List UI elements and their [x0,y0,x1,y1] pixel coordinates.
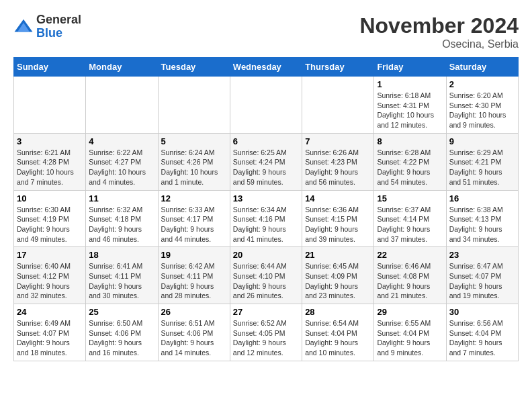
day-info: Sunrise: 6:52 AM Sunset: 4:05 PM Dayligh… [233,318,299,358]
day-number: 24 [17,307,83,317]
calendar-cell: 28Sunrise: 6:54 AM Sunset: 4:04 PM Dayli… [302,304,374,361]
day-number: 8 [377,136,443,146]
calendar-cell: 2Sunrise: 6:20 AM Sunset: 4:30 PM Daylig… [446,77,518,134]
day-info: Sunrise: 6:49 AM Sunset: 4:07 PM Dayligh… [17,318,83,358]
calendar-cell: 13Sunrise: 6:34 AM Sunset: 4:16 PM Dayli… [230,190,302,247]
day-number: 9 [449,136,515,146]
day-number: 27 [233,307,299,317]
day-info: Sunrise: 6:56 AM Sunset: 4:04 PM Dayligh… [449,318,515,358]
day-info: Sunrise: 6:21 AM Sunset: 4:28 PM Dayligh… [17,148,83,187]
month-title: November 2024 [359,13,519,38]
day-number: 1 [377,79,443,89]
day-number: 3 [17,136,83,146]
day-number: 7 [305,136,371,146]
day-number: 16 [449,193,515,203]
page-header: General Blue November 2024 Osecina, Serb… [13,13,519,50]
calendar-table: SundayMondayTuesdayWednesdayThursdayFrid… [13,57,519,361]
day-number: 15 [377,193,443,203]
day-number: 4 [89,136,154,146]
weekday-header-sunday: Sunday [14,58,86,77]
calendar-cell: 23Sunrise: 6:47 AM Sunset: 4:07 PM Dayli… [446,247,518,304]
day-number: 29 [377,307,443,317]
calendar-cell: 21Sunrise: 6:45 AM Sunset: 4:09 PM Dayli… [302,247,374,304]
day-info: Sunrise: 6:33 AM Sunset: 4:17 PM Dayligh… [161,205,227,244]
calendar-cell [14,77,86,134]
day-info: Sunrise: 6:45 AM Sunset: 4:09 PM Dayligh… [305,261,371,301]
calendar-cell: 8Sunrise: 6:28 AM Sunset: 4:22 PM Daylig… [374,133,446,190]
calendar-cell: 17Sunrise: 6:40 AM Sunset: 4:12 PM Dayli… [14,247,86,304]
day-info: Sunrise: 6:28 AM Sunset: 4:22 PM Dayligh… [377,148,443,187]
calendar-cell: 27Sunrise: 6:52 AM Sunset: 4:05 PM Dayli… [230,304,302,361]
day-info: Sunrise: 6:51 AM Sunset: 4:06 PM Dayligh… [161,318,227,358]
day-info: Sunrise: 6:38 AM Sunset: 4:13 PM Dayligh… [449,205,515,244]
day-info: Sunrise: 6:22 AM Sunset: 4:27 PM Dayligh… [89,148,154,187]
day-number: 6 [233,136,299,146]
calendar-cell: 30Sunrise: 6:56 AM Sunset: 4:04 PM Dayli… [446,304,518,361]
day-info: Sunrise: 6:36 AM Sunset: 4:15 PM Dayligh… [305,205,371,244]
calendar-week-4: 17Sunrise: 6:40 AM Sunset: 4:12 PM Dayli… [14,247,519,304]
day-info: Sunrise: 6:41 AM Sunset: 4:11 PM Dayligh… [89,261,154,301]
day-number: 14 [305,193,371,203]
weekday-header-friday: Friday [374,58,446,77]
calendar-cell: 22Sunrise: 6:46 AM Sunset: 4:08 PM Dayli… [374,247,446,304]
weekday-header-saturday: Saturday [446,58,518,77]
calendar-week-2: 3Sunrise: 6:21 AM Sunset: 4:28 PM Daylig… [14,133,519,190]
title-area: November 2024 Osecina, Serbia [359,13,519,50]
day-number: 23 [449,250,515,260]
day-number: 30 [449,307,515,317]
calendar-cell [230,77,302,134]
day-info: Sunrise: 6:25 AM Sunset: 4:24 PM Dayligh… [233,148,299,187]
logo-text: General Blue [36,13,81,40]
day-number: 11 [89,193,154,203]
day-number: 13 [233,193,299,203]
calendar-cell: 24Sunrise: 6:49 AM Sunset: 4:07 PM Dayli… [14,304,86,361]
day-number: 12 [161,193,227,203]
day-info: Sunrise: 6:30 AM Sunset: 4:19 PM Dayligh… [17,205,83,244]
day-info: Sunrise: 6:24 AM Sunset: 4:26 PM Dayligh… [161,148,227,187]
day-number: 5 [161,136,227,146]
day-info: Sunrise: 6:20 AM Sunset: 4:30 PM Dayligh… [449,91,515,130]
calendar-cell: 5Sunrise: 6:24 AM Sunset: 4:26 PM Daylig… [158,133,230,190]
calendar-week-3: 10Sunrise: 6:30 AM Sunset: 4:19 PM Dayli… [14,190,519,247]
day-number: 2 [449,79,515,89]
day-number: 21 [305,250,371,260]
day-info: Sunrise: 6:37 AM Sunset: 4:14 PM Dayligh… [377,205,443,244]
day-info: Sunrise: 6:42 AM Sunset: 4:11 PM Dayligh… [161,261,227,301]
logo-general: General [36,13,81,27]
logo: General Blue [13,13,81,40]
day-info: Sunrise: 6:18 AM Sunset: 4:31 PM Dayligh… [377,91,443,130]
calendar-cell: 14Sunrise: 6:36 AM Sunset: 4:15 PM Dayli… [302,190,374,247]
calendar-cell: 11Sunrise: 6:32 AM Sunset: 4:18 PM Dayli… [86,190,158,247]
day-info: Sunrise: 6:50 AM Sunset: 4:06 PM Dayligh… [89,318,154,358]
calendar-cell [86,77,158,134]
day-number: 19 [161,250,227,260]
weekday-header-tuesday: Tuesday [158,58,230,77]
calendar-cell: 6Sunrise: 6:25 AM Sunset: 4:24 PM Daylig… [230,133,302,190]
day-number: 20 [233,250,299,260]
calendar-week-1: 1Sunrise: 6:18 AM Sunset: 4:31 PM Daylig… [14,77,519,134]
day-info: Sunrise: 6:44 AM Sunset: 4:10 PM Dayligh… [233,261,299,301]
calendar-cell: 26Sunrise: 6:51 AM Sunset: 4:06 PM Dayli… [158,304,230,361]
day-info: Sunrise: 6:54 AM Sunset: 4:04 PM Dayligh… [305,318,371,358]
location: Osecina, Serbia [359,38,519,50]
day-number: 25 [89,307,154,317]
day-info: Sunrise: 6:29 AM Sunset: 4:21 PM Dayligh… [449,148,515,187]
calendar-cell: 3Sunrise: 6:21 AM Sunset: 4:28 PM Daylig… [14,133,86,190]
day-number: 17 [17,250,83,260]
day-info: Sunrise: 6:32 AM Sunset: 4:18 PM Dayligh… [89,205,154,244]
logo-icon [13,17,34,37]
day-info: Sunrise: 6:26 AM Sunset: 4:23 PM Dayligh… [305,148,371,187]
calendar-cell: 16Sunrise: 6:38 AM Sunset: 4:13 PM Dayli… [446,190,518,247]
weekday-header-thursday: Thursday [302,58,374,77]
calendar-cell: 25Sunrise: 6:50 AM Sunset: 4:06 PM Dayli… [86,304,158,361]
weekday-header-wednesday: Wednesday [230,58,302,77]
day-number: 26 [161,307,227,317]
calendar-cell: 29Sunrise: 6:55 AM Sunset: 4:04 PM Dayli… [374,304,446,361]
calendar-cell: 4Sunrise: 6:22 AM Sunset: 4:27 PM Daylig… [86,133,158,190]
calendar-cell: 19Sunrise: 6:42 AM Sunset: 4:11 PM Dayli… [158,247,230,304]
day-info: Sunrise: 6:46 AM Sunset: 4:08 PM Dayligh… [377,261,443,301]
calendar-cell: 9Sunrise: 6:29 AM Sunset: 4:21 PM Daylig… [446,133,518,190]
day-number: 10 [17,193,83,203]
day-number: 22 [377,250,443,260]
logo-blue: Blue [36,27,81,40]
